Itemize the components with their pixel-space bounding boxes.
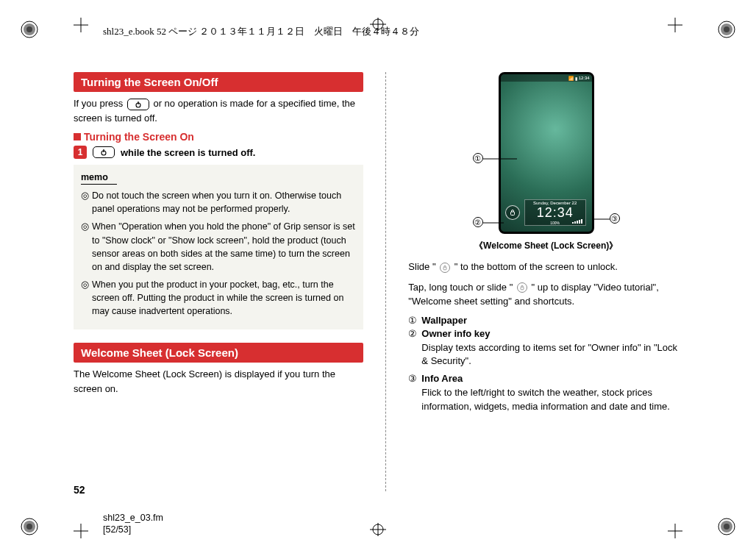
svg-point-2 [26,26,32,32]
info-clock: 12:34 [537,205,574,221]
intro-text: If you press or no operation is made for… [74,96,363,125]
square-bullet-icon [74,133,81,140]
welcome-intro: The Welcome Sheet (Lock Screen) is displ… [74,367,363,396]
def-desc: Flick to the left/right to switch the we… [421,386,684,414]
memo-bullet-icon: ◎ [81,220,89,274]
lock-screen-figure: 📶 ▮ 12:34 Sunday, December 22 12:34 100% [473,72,620,234]
footer-line2: [52/53] [103,524,163,535]
slide-b: " to the bottom of the screen to unlock. [454,261,618,272]
sub-heading: Turning the Screen On [74,131,363,143]
crop-mark-icon [668,18,682,32]
right-column: 📶 ▮ 12:34 Sunday, December 22 12:34 100% [408,72,684,491]
phone-mockup: 📶 ▮ 12:34 Sunday, December 22 12:34 100% [499,72,594,234]
step-text: while the screen is turned off. [121,147,255,158]
color-target-icon [21,21,38,38]
svg-rect-34 [443,267,446,270]
owner-info-key-icon [505,205,520,220]
def-label: Owner info key [421,328,490,339]
info-battery: 100% [550,221,560,225]
memo-text: When you put the product in your pocket,… [92,278,356,318]
color-target-icon [718,518,735,535]
sub-heading-text: Turning the Screen On [84,131,194,143]
battery-icon: ▮ [575,76,577,81]
footer-line1: shl23_e_03.fm [103,512,163,524]
callout-2: ② [473,217,483,227]
crop-mark-icon [668,524,682,538]
info-area: Sunday, December 22 12:34 100% [524,199,586,226]
def-num: ① [408,315,417,326]
running-header: shl23_e.book 52 ページ ２０１３年１１月１２日 火曜日 午後４時… [103,25,419,38]
column-divider [385,72,386,491]
crop-mark-icon [367,523,389,538]
svg-point-11 [724,524,730,530]
status-bar: 📶 ▮ 12:34 [501,74,592,82]
figure-caption: 《Welcome Sheet (Lock Screen)》 [408,240,684,252]
step-row: 1 while the screen is turned off. [74,146,363,159]
color-target-icon [718,21,735,38]
memo-title: memo [81,171,117,185]
signal-icon: 📶 [568,76,574,81]
lock-inline-icon [440,263,450,273]
memo-bullet-icon: ◎ [81,278,89,318]
memo-bullet-icon: ◎ [81,189,89,215]
status-time: 12:34 [579,76,590,80]
svg-rect-35 [521,287,524,290]
memo-box: memo ◎ Do not touch the screen when you … [74,165,363,329]
callout-1: ① [473,153,483,163]
page-body: Turning the Screen On/Off If you press o… [74,72,684,491]
intro-a: If you press [74,98,126,109]
step-number-badge: 1 [74,146,87,159]
def-desc: Display texts according to items set for… [421,341,684,369]
callout-3: ③ [610,213,620,224]
left-column: Turning the Screen On/Off If you press o… [74,72,363,491]
page-number: 52 [74,484,85,496]
power-key-icon [93,146,115,158]
color-target-icon [21,518,38,535]
crop-mark-icon [74,524,88,538]
memo-text: When "Operation when you hold the phone"… [92,220,356,274]
slide-a: Slide " [408,261,435,272]
tap-text: Tap, long touch or slide " " up to displ… [408,280,684,309]
definition-list: ① Wallpaper ② Owner info key Display tex… [408,315,684,414]
running-footer: shl23_e_03.fm [52/53] [103,512,163,536]
svg-point-8 [26,524,32,530]
slide-text: Slide " " to the bottom of the screen to… [408,260,684,274]
section-heading: Welcome Sheet (Lock Screen) [74,343,363,363]
lock-inline-icon [517,282,527,293]
svg-rect-30 [510,212,514,215]
svg-point-5 [724,26,730,32]
section-heading: Turning the Screen On/Off [74,72,363,92]
info-bars-icon [572,219,582,224]
def-label: Wallpaper [421,315,467,326]
def-num: ② [408,328,417,339]
crop-mark-icon [74,18,88,32]
power-key-icon [127,99,149,110]
def-label: Info Area [421,373,463,384]
memo-text: Do not touch the screen when you turn it… [92,189,356,215]
def-num: ③ [408,373,417,384]
tap-a: Tap, long touch or slide " [408,282,513,293]
